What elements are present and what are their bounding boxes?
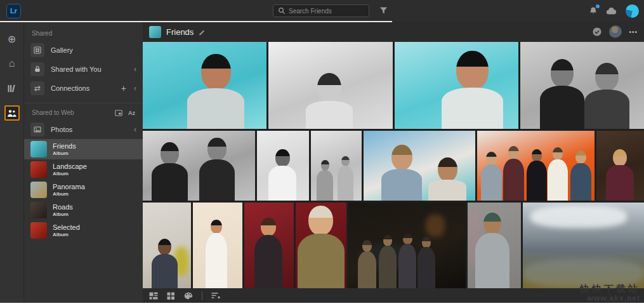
album-header: Friends ••• — [143, 22, 644, 42]
photo-man-maroon-wood[interactable] — [596, 131, 644, 201]
person-figure — [152, 239, 178, 288]
person-figure — [206, 220, 228, 288]
photo-group-orange-boxes[interactable] — [477, 131, 595, 201]
person-figure — [481, 152, 502, 201]
person-figure — [475, 213, 509, 288]
grid-row — [143, 42, 644, 129]
photo-group-night-street[interactable] — [348, 203, 466, 288]
watermark: 快快下载站 www.kkx.net — [580, 284, 640, 303]
search-box[interactable] — [273, 4, 369, 17]
sidebar-item-gallery[interactable]: Gallery — [24, 41, 143, 60]
photo-two-men-teal-blue[interactable] — [364, 131, 475, 201]
add-connection-icon[interactable]: + — [121, 83, 126, 93]
more-options-icon[interactable]: ••• — [629, 29, 638, 36]
person-figure — [254, 218, 283, 288]
album-meta: PanoramaAlbum — [53, 183, 85, 197]
album-item-panorama[interactable]: PanoramaAlbum — [24, 180, 143, 200]
chevron-icon[interactable]: ‹ — [134, 125, 136, 134]
topbar-right-group — [589, 0, 639, 22]
photo-woman-red-curtain[interactable] — [244, 203, 294, 288]
person-figure — [199, 138, 235, 201]
photo-two-men-bw-hats[interactable] — [520, 42, 644, 129]
album-name: Panorama — [53, 183, 85, 191]
lightroom-app: Lr ⊕ — [0, 0, 644, 303]
photo-woman-white-tank[interactable] — [193, 203, 242, 288]
watermark-url: www.kkx.net — [580, 295, 640, 303]
photo-grid — [143, 42, 644, 288]
photo-woman-bw-drape[interactable] — [268, 42, 392, 129]
album-type-label: Album — [53, 150, 76, 156]
album-meta: LandscapeAlbum — [53, 163, 87, 176]
album-item-roads[interactable]: RoadsAlbum — [24, 200, 143, 220]
album-type-label: Album — [53, 211, 73, 217]
person-figure — [358, 240, 377, 288]
person-figure — [503, 146, 524, 201]
photos-icon — [30, 123, 44, 136]
photos-label: Photos — [51, 126, 72, 133]
top-bar: Lr — [0, 0, 644, 22]
toolbar-divider — [202, 291, 202, 300]
cloud-sync-icon[interactable] — [606, 7, 617, 15]
sidebar-item-connections[interactable]: ⇄ Connections + ‹ — [24, 79, 143, 98]
chevron-icon[interactable]: ‹ — [134, 65, 136, 74]
person-figure — [606, 149, 633, 201]
palette-icon[interactable] — [184, 292, 193, 300]
watermark-site-name: 快快下载站 — [580, 284, 640, 295]
person-figure — [570, 150, 591, 201]
person-figure — [398, 234, 416, 288]
chevron-icon[interactable]: ‹ — [134, 84, 136, 93]
photo-woman-teal-portrait[interactable] — [143, 42, 266, 129]
person-figure — [417, 237, 435, 288]
person-figure — [540, 59, 584, 129]
mosaic-view-icon[interactable] — [149, 292, 158, 300]
sidebar-divider — [24, 103, 143, 103]
shared-header-label: Shared — [32, 30, 52, 37]
notifications-bell-icon[interactable] — [589, 6, 598, 16]
album-list: FriendsAlbumLandscapeAlbumPanoramaAlbumR… — [24, 139, 143, 241]
sort-order-icon[interactable] — [211, 292, 220, 299]
search-icon — [278, 7, 286, 15]
lightroom-logo[interactable]: Lr — [6, 4, 21, 18]
sidebar-item-shared-with-you[interactable]: Shared with You ‹ — [24, 60, 143, 79]
photo-man-afro-bw[interactable] — [257, 131, 309, 201]
sidebar: Shared Gallery Shared with You ‹ ⇄ Conne… — [23, 22, 143, 303]
account-avatar[interactable] — [626, 4, 639, 18]
album-item-landscape[interactable]: LandscapeAlbum — [24, 159, 143, 180]
grid-row — [143, 131, 644, 201]
album-name: Selected — [53, 223, 80, 232]
photo-man-sitting-rug[interactable] — [143, 203, 191, 288]
library-icon[interactable] — [4, 81, 20, 96]
person-figure — [268, 149, 296, 201]
photo-woman-teal-backdrop[interactable] — [395, 42, 518, 129]
photo-two-men-bw-standing[interactable] — [143, 131, 255, 201]
grid-view-icon[interactable] — [167, 292, 175, 300]
photo-mountain-lake-landscape[interactable] — [523, 203, 644, 288]
sidebar-item-photos[interactable]: Photos ‹ — [24, 120, 143, 139]
album-thumbnail — [30, 202, 47, 218]
album-meta: FriendsAlbum — [53, 142, 76, 156]
album-item-friends[interactable]: FriendsAlbum — [24, 139, 143, 159]
album-type-label: Album — [53, 171, 87, 176]
photo-accent — [530, 206, 628, 228]
search-input[interactable] — [289, 8, 372, 15]
album-thumbnail — [30, 161, 47, 178]
edit-title-pencil-icon[interactable] — [199, 29, 206, 36]
people-sharing-icon[interactable] — [4, 105, 20, 121]
person-figure — [584, 63, 629, 129]
filter-funnel-icon[interactable] — [379, 6, 388, 15]
connections-label: Connections — [51, 84, 89, 92]
album-meta: SelectedAlbum — [53, 223, 80, 237]
sort-az-icon[interactable]: Az — [128, 110, 135, 116]
album-name: Roads — [53, 203, 73, 211]
album-title: Friends — [166, 27, 194, 37]
photo-man-brick-wall[interactable] — [468, 203, 521, 288]
photo-person-tan-cardigan[interactable] — [296, 203, 346, 288]
add-photos-icon[interactable]: ⊕ — [4, 31, 20, 46]
album-type-label: Album — [53, 191, 85, 197]
contributor-avatar[interactable] — [609, 25, 622, 38]
album-item-selected[interactable]: SelectedAlbum — [24, 220, 143, 241]
home-icon[interactable]: ⌂ — [4, 56, 20, 71]
photo-two-men-bw-geometric[interactable] — [311, 131, 362, 201]
slideshow-icon[interactable] — [115, 110, 122, 116]
select-check-icon[interactable] — [592, 27, 602, 37]
